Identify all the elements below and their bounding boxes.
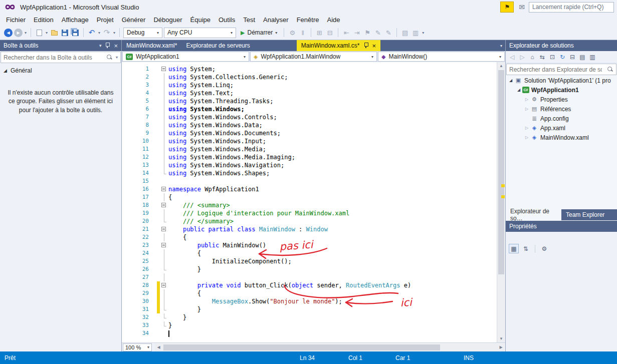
fold-marker[interactable] [160, 65, 168, 73]
menu-item[interactable]: Edition [30, 15, 58, 25]
editor-vertical-scrollbar[interactable]: ▲ ▼ [497, 62, 505, 342]
collapse-box-icon[interactable] [161, 243, 166, 247]
solution-search-input[interactable] [507, 66, 604, 73]
code-line[interactable]: 7using System.Windows.Controls; [122, 113, 497, 121]
start-debugging-button[interactable]: ▶ Démarrer ▾ [238, 28, 280, 38]
indent-increase-icon[interactable]: ⇥ [352, 29, 361, 37]
member-dropdown[interactable]: ◆ MainWindow() ▾ [378, 52, 505, 62]
undo-icon[interactable]: ↶ [87, 28, 96, 37]
forward-icon[interactable]: ▷ [518, 54, 527, 61]
tree-item[interactable]: ▷◈App.xaml [506, 123, 617, 133]
code-line[interactable]: 10using System.Windows.Input; [122, 137, 497, 145]
vertical-scrollbar-thumb[interactable] [498, 70, 504, 274]
type-dropdown[interactable]: ◈ WpfApplication1.MainWindow ▾ [250, 52, 377, 62]
code-line[interactable]: 9using System.Windows.Documents; [122, 129, 497, 137]
search-icon[interactable] [106, 54, 113, 61]
collapse-box-icon[interactable] [161, 187, 166, 191]
window-position-icon[interactable]: ▾ [99, 43, 102, 48]
bookmark-icon[interactable]: ⚑ [363, 29, 372, 37]
tree-item[interactable]: ◢C#WpfApplication1 [506, 85, 617, 95]
save-all-icon[interactable] [71, 28, 80, 37]
document-tab[interactable]: MainWindow.xaml* [122, 40, 181, 51]
menu-item[interactable]: Analyser [259, 15, 293, 25]
solution-configuration-combo[interactable]: Debug▾ [123, 28, 162, 38]
navigate-forward-icon[interactable]: ▶ [14, 29, 23, 37]
collapse-all-icon[interactable]: ⊟ [568, 54, 577, 61]
code-line[interactable]: 1using System; [122, 65, 497, 73]
pending-changes-filter-icon[interactable]: ⊡ [548, 54, 557, 61]
save-icon[interactable] [60, 28, 69, 37]
zoom-selector[interactable]: 100 % ▾ [123, 343, 152, 351]
code-line[interactable]: 2using System.Collections.Generic; [122, 73, 497, 81]
chevron-down-icon[interactable]: ▾ [113, 31, 116, 35]
fold-marker[interactable] [160, 201, 168, 209]
code-line[interactable]: 11using System.Windows.Media; [122, 145, 497, 153]
code-line[interactable]: 19 /// Logique d'interaction pour MainWi… [122, 209, 497, 217]
fold-marker[interactable] [160, 225, 168, 233]
tree-item[interactable]: ◢▣Solution 'WpfApplication1' (1 pro [506, 76, 617, 85]
navigate-backward-icon[interactable]: ◀ [4, 29, 13, 37]
open-file-icon[interactable] [50, 28, 59, 37]
code-line[interactable]: 23 public MainWindow() [122, 241, 497, 249]
uncomment-icon[interactable]: ✎ [384, 29, 393, 37]
menu-item[interactable]: Déboguer [149, 15, 186, 25]
fold-marker[interactable] [160, 185, 168, 193]
tree-item[interactable]: ▷◈MainWindow.xaml [506, 133, 617, 142]
project-dropdown[interactable]: C# WpfApplication1 ▾ [122, 52, 249, 62]
code-line[interactable]: 15 [122, 177, 497, 185]
collapsed-expander-icon[interactable]: ▷ [523, 107, 530, 111]
pin-icon[interactable] [363, 43, 369, 49]
collapse-box-icon[interactable] [161, 283, 166, 287]
code-line[interactable]: 21 public partial class MainWindow : Win… [122, 225, 497, 233]
collapse-box-icon[interactable] [161, 203, 166, 207]
back-icon[interactable]: ◁ [508, 54, 517, 61]
sync-with-active-document-icon[interactable]: ⇆ [538, 54, 547, 61]
new-file-icon[interactable] [35, 28, 44, 37]
code-line[interactable]: 20 /// </summary> [122, 217, 497, 225]
menu-item[interactable]: Générer [118, 15, 150, 25]
menu-item[interactable]: Projet [93, 15, 118, 25]
code-line[interactable]: 4using System.Text; [122, 89, 497, 97]
indent-decrease-icon[interactable]: ⇤ [342, 29, 351, 37]
properties-icon[interactable]: ▥ [588, 54, 597, 61]
chevron-down-icon[interactable]: ▾ [115, 55, 118, 60]
close-icon[interactable]: × [114, 43, 118, 49]
collapsed-expander-icon[interactable]: ▷ [523, 97, 530, 102]
menu-item[interactable]: Aide [323, 15, 344, 25]
collapse-box-icon[interactable] [161, 67, 166, 71]
chevron-down-icon[interactable]: ▾ [98, 31, 101, 35]
code-line[interactable]: 32 } [122, 313, 497, 321]
menu-item[interactable]: Test [239, 15, 259, 25]
document-tab[interactable]: MainWindow.xaml.cs*× [297, 40, 380, 51]
menu-item[interactable]: Fenêtre [293, 15, 323, 25]
toolbar-overflow-icon[interactable]: ▾ [422, 31, 425, 35]
toolbox-search-input[interactable] [1, 54, 104, 61]
comment-icon[interactable]: ✎ [373, 29, 382, 37]
code-line[interactable]: 6using System.Windows; [122, 105, 497, 113]
scroll-left-icon[interactable]: ◀ [155, 343, 162, 351]
expanded-expander-icon[interactable]: ◢ [507, 78, 514, 83]
redo-icon[interactable]: ↷ [102, 28, 111, 37]
show-all-files-icon[interactable]: ▤ [578, 54, 587, 61]
notifications-flag-button[interactable]: ⚑ [500, 2, 514, 13]
scroll-right-icon[interactable]: ▶ [497, 343, 505, 351]
document-overflow-icon[interactable]: ▾ [500, 44, 502, 48]
refresh-icon[interactable]: ↻ [558, 54, 567, 61]
new-window-icon[interactable]: ⊞ [315, 29, 324, 37]
code-editor[interactable]: 1using System;2using System.Collections.… [122, 62, 497, 342]
code-line[interactable]: 14using System.Windows.Shapes; [122, 169, 497, 177]
menu-item[interactable]: Outils [215, 15, 239, 25]
solution-platform-combo[interactable]: Any CPU▾ [164, 28, 236, 38]
code-line[interactable]: 30 MessageBox.Show("Bonjour le monde"); [122, 297, 497, 305]
fold-marker[interactable] [160, 241, 168, 249]
toolbox-section-general[interactable]: ◢ Général [0, 64, 121, 77]
code-line[interactable]: 25 InitializeComponent(); [122, 257, 497, 265]
attach-to-process-icon[interactable]: ⚙ [288, 29, 297, 37]
code-line[interactable]: 8using System.Windows.Data; [122, 121, 497, 129]
menu-item[interactable]: Fichier [2, 15, 30, 25]
menu-item[interactable]: Équipe [186, 15, 215, 25]
code-line[interactable]: 31 } [122, 305, 497, 313]
events-wrench-icon[interactable]: ⚙ [539, 244, 549, 253]
search-icon[interactable] [607, 66, 613, 73]
misc-toolbar-icon[interactable]: ▤ [400, 29, 409, 37]
